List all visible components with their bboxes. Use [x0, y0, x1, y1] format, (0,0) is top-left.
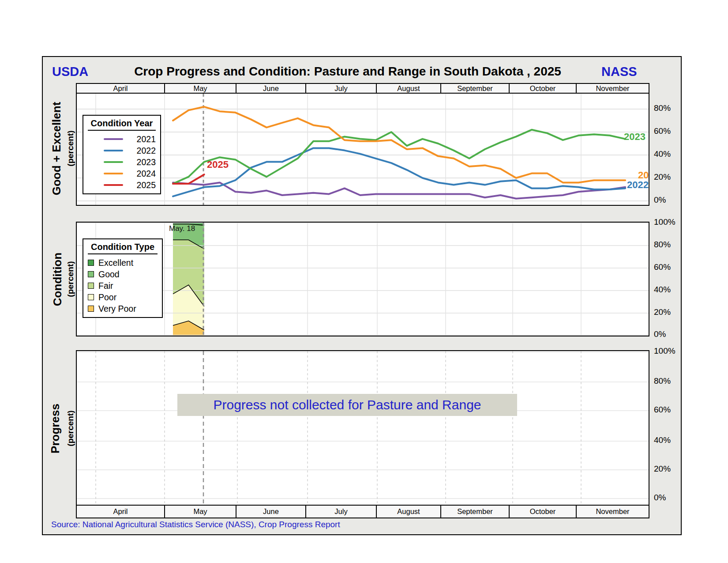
- legend-item-label: Poor: [98, 292, 116, 302]
- condition-year-legend-title: Condition Year: [88, 118, 156, 131]
- square-swatch-icon: [88, 306, 94, 312]
- current-week-label: May. 18: [169, 224, 195, 233]
- source-note: Source: National Agricultural Statistics…: [51, 520, 340, 529]
- y-tick-label: 80%: [654, 240, 671, 249]
- month-label-october: October: [510, 84, 577, 93]
- legend-item-label: 2024: [128, 169, 156, 179]
- square-swatch-icon: [88, 260, 94, 266]
- no-progress-message: Progress not collected for Pasture and R…: [213, 397, 481, 412]
- legend-item-label: 2025: [128, 180, 156, 190]
- y-tick-label: 60%: [654, 405, 671, 415]
- month-label-november: November: [577, 506, 649, 518]
- legend-item-label: 2021: [128, 134, 156, 144]
- line-swatch-icon: [104, 161, 123, 163]
- square-swatch-icon: [88, 271, 94, 277]
- month-label-july: July: [306, 506, 377, 518]
- progress-empty-plot: [77, 351, 649, 506]
- label-2022-line: 2022: [627, 179, 649, 191]
- progress-chart: Progress not collected for Pasture and R…: [76, 350, 649, 506]
- crop-progress-figure: USDA Crop Progress and Condition: Pastur…: [0, 0, 728, 563]
- series-line-2022: [173, 148, 625, 196]
- month-label-september: September: [441, 84, 510, 93]
- month-label-may: May: [165, 84, 236, 93]
- month-label-april: April: [77, 84, 165, 93]
- legend-item-fair: Fair: [88, 280, 158, 291]
- month-label-july: July: [306, 84, 377, 93]
- legend-item-2025: 2025: [88, 179, 156, 191]
- legend-item-excellent: Excellent: [88, 257, 158, 268]
- legend-item-good: Good: [88, 268, 158, 280]
- legend-item-2022: 2022: [88, 145, 156, 156]
- legend-item-label: Very Poor: [98, 304, 136, 314]
- legend-item-2021: 2021: [88, 133, 156, 145]
- good-excellent-chart: 2025 2023 2024 2022: [76, 93, 649, 206]
- y-tick-label: 40%: [654, 285, 671, 295]
- series-line-2024: [173, 107, 625, 183]
- top-panel-yunits: (percent): [66, 82, 75, 215]
- month-label-august: August: [377, 84, 441, 93]
- legend-item-2023: 2023: [88, 156, 156, 168]
- month-label-november: November: [577, 84, 649, 93]
- legend-item-label: 2022: [128, 146, 156, 156]
- square-swatch-icon: [88, 283, 94, 289]
- y-tick-label: 0%: [654, 329, 666, 339]
- line-swatch-icon: [104, 150, 123, 151]
- legend-item-label: Good: [98, 269, 120, 280]
- y-tick-label: 80%: [654, 103, 671, 113]
- label-2023-line: 2023: [624, 131, 645, 143]
- y-tick-label: 60%: [654, 262, 671, 272]
- legend-item-label: Excellent: [98, 258, 133, 268]
- condition-year-legend: Condition Year 20212022202320242025: [83, 115, 161, 194]
- bottom-panel-ylabel: Progress: [49, 363, 62, 495]
- y-tick-label: 0%: [654, 493, 666, 503]
- month-label-october: October: [510, 506, 577, 518]
- line-swatch-icon: [104, 184, 123, 186]
- top-panel-ylabel: Good + Excellent: [50, 83, 64, 215]
- y-tick-label: 60%: [654, 126, 671, 136]
- series-line-2021: [173, 182, 625, 198]
- y-tick-label: 20%: [654, 464, 671, 474]
- y-tick-label: 20%: [654, 307, 671, 317]
- bottom-panel-yunits: (percent): [66, 362, 75, 495]
- month-label-april: April: [77, 506, 165, 518]
- legend-item-label: 2023: [128, 157, 156, 167]
- y-tick-label: 100%: [654, 217, 675, 227]
- y-tick-label: 40%: [654, 149, 671, 159]
- y-tick-label: 40%: [654, 435, 671, 445]
- condition-type-legend-title: Condition Type: [88, 242, 158, 254]
- legend-item-2024: 2024: [88, 168, 156, 179]
- middle-panel-ylabel: Condition: [51, 213, 64, 346]
- square-swatch-icon: [88, 294, 94, 300]
- month-label-september: September: [441, 506, 510, 518]
- y-tick-label: 0%: [654, 195, 666, 205]
- y-tick-label: 20%: [654, 172, 671, 182]
- y-tick-label: 80%: [654, 376, 671, 386]
- nass-logo-text: NASS: [601, 64, 637, 79]
- line-swatch-icon: [104, 173, 123, 174]
- month-label-may: May: [165, 506, 236, 518]
- month-label-june: June: [236, 84, 306, 93]
- middle-panel-yunits: (percent): [66, 213, 75, 345]
- page-title: Crop Progress and Condition: Pasture and…: [62, 64, 634, 79]
- month-label-june: June: [236, 506, 306, 518]
- y-tick-label: 100%: [654, 346, 675, 356]
- line-swatch-icon: [104, 138, 123, 140]
- no-progress-message-box: Progress not collected for Pasture and R…: [177, 394, 517, 416]
- month-label-august: August: [377, 506, 441, 518]
- label-2025-line: 2025: [207, 159, 229, 170]
- legend-item-poor: Poor: [88, 291, 158, 303]
- good-excellent-lines: [77, 94, 649, 205]
- month-axis-top: AprilMayJuneJulyAugustSeptemberOctoberNo…: [76, 83, 649, 94]
- month-axis-bottom: AprilMayJuneJulyAugustSeptemberOctoberNo…: [76, 505, 649, 518]
- legend-item-very-poor: Very Poor: [88, 303, 158, 314]
- legend-item-label: Fair: [98, 281, 113, 291]
- condition-type-legend: Condition Type ExcellentGoodFairPoorVery…: [83, 238, 163, 318]
